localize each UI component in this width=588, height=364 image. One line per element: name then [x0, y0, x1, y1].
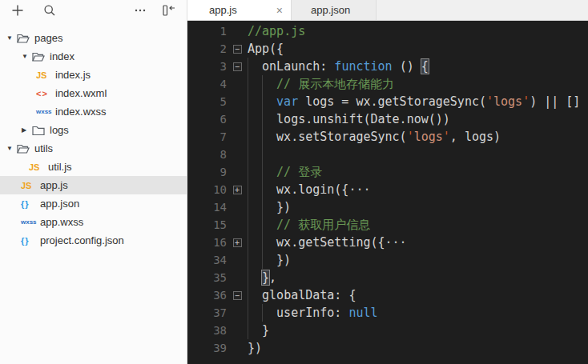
wxss-file-icon: wxss — [36, 108, 54, 115]
code-text[interactable]: // 展示本地存储能力 — [248, 75, 588, 93]
code-text[interactable]: wx.getSetting({··· — [248, 234, 588, 251]
tab-app-js[interactable]: app.js× — [187, 0, 292, 20]
chevron-down-icon[interactable]: ▼ — [6, 34, 17, 42]
code-text[interactable]: wx.login({··· — [248, 181, 588, 198]
tree-item-index-js[interactable]: JSindex.js — [0, 66, 187, 84]
chevron-down-icon[interactable]: ▼ — [22, 53, 32, 60]
code-text[interactable]: }) — [248, 251, 588, 269]
line-number: 36 — [187, 286, 227, 304]
more-options-button[interactable] — [132, 4, 148, 20]
fold-collapse-icon[interactable]: − — [233, 62, 242, 71]
fold-collapse-icon[interactable]: − — [233, 291, 242, 300]
code-line-7[interactable]: 7wx.setStorageSync('logs', logs) — [187, 128, 588, 146]
tree-item-index[interactable]: ▼index — [0, 47, 187, 66]
indent-guide — [248, 304, 262, 322]
fold-expand-icon[interactable]: + — [233, 186, 242, 194]
code-line-9[interactable]: 9// 登录 — [187, 163, 588, 181]
fold-gutter — [227, 198, 248, 216]
js-file-icon: JS — [21, 181, 38, 190]
code-text[interactable]: } — [248, 322, 588, 339]
code-token: }) — [276, 253, 291, 267]
fold-gutter: + — [227, 181, 248, 198]
code-line-15[interactable]: 15// 获取用户信息 — [187, 216, 588, 234]
code-token: () — [393, 59, 421, 74]
file-tree: ▼pages▼indexJSindex.js<>index.wxmlwxssin… — [0, 24, 187, 250]
code-line-34[interactable]: 34}) — [187, 251, 588, 269]
code-line-2[interactable]: 2−App({ — [187, 40, 588, 58]
tree-item-app-json[interactable]: {}app.json — [0, 194, 187, 213]
chevron-down-icon[interactable]: ▼ — [6, 145, 17, 152]
code-token: userInfo: — [276, 306, 348, 320]
tree-item-index-wxml[interactable]: <>index.wxml — [0, 84, 187, 102]
code-text[interactable]: userInfo: null — [248, 304, 588, 322]
close-icon[interactable]: × — [276, 5, 283, 16]
code-text[interactable]: // 登录 — [248, 163, 588, 181]
code-line-5[interactable]: 5var logs = wx.getStorageSync('logs') ||… — [187, 93, 588, 110]
line-number: 4 — [187, 75, 227, 93]
tree-item-util-js[interactable]: JSutil.js — [0, 158, 187, 176]
code-line-1[interactable]: 1//app.js — [187, 22, 588, 40]
code-token: , — [269, 270, 276, 285]
fold-expand-icon[interactable]: + — [233, 238, 242, 247]
folder-closed-icon — [32, 125, 48, 136]
code-text[interactable]: // 获取用户信息 — [248, 216, 588, 234]
code-token: // 登录 — [276, 165, 322, 179]
line-number: 14 — [187, 198, 227, 216]
code-text[interactable]: //app.js — [248, 22, 588, 40]
file-explorer-sidebar: ▼pages▼indexJSindex.js<>index.wxmlwxssin… — [0, 0, 187, 364]
fold-gutter — [227, 146, 248, 163]
indent-guide — [248, 216, 262, 234]
tree-item-logs[interactable]: ▶logs — [0, 121, 187, 139]
indent-guide — [248, 75, 262, 93]
fold-collapse-icon[interactable]: − — [233, 45, 242, 54]
code-line-36[interactable]: 36−globalData: { — [187, 286, 588, 304]
code-line-37[interactable]: 37userInfo: null — [187, 304, 588, 322]
code-text[interactable]: logs.unshift(Date.now()) — [248, 110, 588, 128]
code-text[interactable]: App({ — [248, 40, 588, 58]
tab-app-json[interactable]: app.json — [292, 0, 377, 20]
line-number: 37 — [187, 304, 227, 322]
code-line-35[interactable]: 35}, — [187, 269, 588, 286]
code-line-39[interactable]: 39}) — [187, 339, 588, 357]
code-token: wx.login({ — [276, 182, 348, 197]
tree-item-utils[interactable]: ▼utils — [0, 139, 187, 158]
tree-item-pages[interactable]: ▼pages — [0, 29, 187, 47]
add-file-button[interactable] — [10, 4, 26, 20]
code-line-10[interactable]: 10+wx.login({··· — [187, 181, 588, 198]
collapse-sidebar-button[interactable] — [161, 4, 177, 20]
code-text[interactable]: wx.setStorageSync('logs', logs) — [248, 128, 588, 146]
code-token: logs = wx.getStorageSync( — [298, 94, 486, 109]
code-line-3[interactable]: 3−onLaunch: function () { — [187, 58, 588, 75]
chevron-right-icon[interactable]: ▶ — [22, 126, 32, 134]
code-line-38[interactable]: 38} — [187, 322, 588, 339]
code-text[interactable]: }, — [248, 269, 588, 286]
code-text[interactable]: }) — [248, 339, 588, 357]
code-text[interactable]: globalData: { — [248, 286, 588, 304]
tree-item-app-wxss[interactable]: wxssapp.wxss — [0, 213, 187, 231]
code-text[interactable]: var logs = wx.getStorageSync('logs') || … — [248, 93, 588, 110]
tree-item-label: project.config.json — [40, 234, 124, 246]
tree-item-index-wxss[interactable]: wxssindex.wxss — [0, 102, 187, 121]
code-line-4[interactable]: 4// 展示本地存储能力 — [187, 75, 588, 93]
code-line-14[interactable]: 14}) — [187, 198, 588, 216]
tree-item-app-js[interactable]: JSapp.js — [0, 176, 187, 194]
code-line-6[interactable]: 6logs.unshift(Date.now()) — [187, 110, 588, 128]
tree-item-project-config-json[interactable]: {}project.config.json — [0, 231, 187, 250]
folder-open-icon — [17, 33, 33, 44]
fold-gutter: − — [227, 58, 248, 75]
line-number: 9 — [187, 163, 227, 181]
tree-item-label: app.wxss — [40, 216, 83, 228]
wxml-file-icon: <> — [36, 89, 54, 98]
code-line-16[interactable]: 16+wx.getSetting({··· — [187, 234, 588, 251]
search-button[interactable] — [42, 4, 58, 20]
code-text[interactable] — [248, 146, 588, 163]
code-area[interactable]: 1//app.js2−App({3−onLaunch: function () … — [187, 21, 588, 364]
code-text[interactable]: onLaunch: function () { — [248, 58, 588, 75]
search-icon — [43, 4, 56, 20]
line-number: 39 — [187, 339, 227, 357]
indent-guide — [262, 75, 276, 93]
tree-item-label: util.js — [48, 161, 72, 173]
fold-gutter: − — [227, 40, 248, 58]
code-text[interactable]: }) — [248, 198, 588, 216]
code-line-8[interactable]: 8 — [187, 146, 588, 163]
